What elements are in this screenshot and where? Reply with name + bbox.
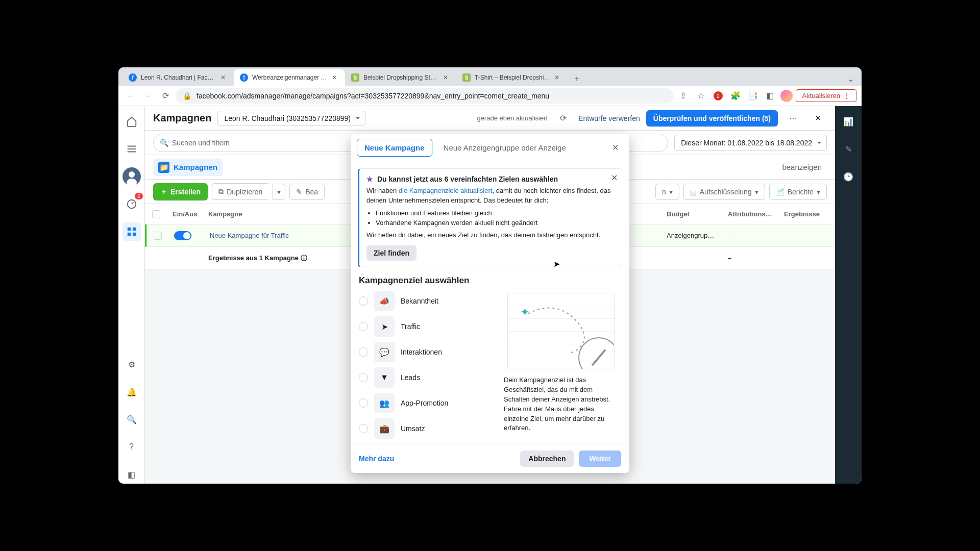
edit-button[interactable]: ✎Bea (289, 184, 325, 200)
share-icon[interactable]: ⇪ (676, 89, 691, 103)
notice-link[interactable]: die Kampagnenziele aktualisiert (399, 187, 493, 194)
extensions-icon[interactable]: 🧩 (728, 89, 743, 103)
new-tab-button[interactable]: ＋ (570, 71, 584, 86)
sidepanel-icon[interactable]: ◧ (763, 89, 777, 103)
refresh-label: Aktualisieren (802, 92, 840, 99)
radio-input[interactable] (359, 296, 368, 306)
goal-option-engagement[interactable]: 💬Interaktionen (359, 342, 492, 362)
breakdown-icon: ▤ (690, 188, 697, 196)
duplicate-button[interactable]: ⧉Duplizieren (212, 183, 268, 200)
notification-badge: 2 (135, 193, 143, 199)
reports-button[interactable]: 📄Berichte ▾ (769, 184, 827, 200)
bell-icon[interactable]: 🔔 (122, 383, 141, 401)
help-icon[interactable]: ? (122, 438, 141, 456)
gear-icon[interactable]: ⚙ (122, 355, 141, 373)
goal-aside: ✦ Dein Kampagnenziel ist das Geschäftszi… (501, 291, 621, 439)
svg-rect-13 (127, 233, 130, 236)
address-bar[interactable]: 🔒 facebook.com/adsmanager/manage/campaig… (176, 88, 673, 104)
notice-title: Du kannst jetzt aus 6 vereinfachten Ziel… (377, 175, 558, 183)
tab-list-button[interactable]: ⌄ (843, 71, 857, 86)
radio-input[interactable] (359, 398, 368, 408)
radio-input[interactable] (359, 424, 368, 433)
menu-icon[interactable] (122, 140, 141, 158)
bookmark-icon[interactable]: ☆ (694, 89, 708, 103)
close-icon[interactable]: ✕ (220, 74, 228, 81)
pencil-icon: ✎ (296, 188, 302, 196)
goal-option-sales[interactable]: 💼Umsatz (359, 418, 492, 439)
goal-option-app[interactable]: 👥App-Promotion (359, 393, 492, 413)
gauge-icon[interactable]: 2 (122, 195, 141, 213)
radio-input[interactable] (359, 373, 368, 382)
svg-text:f: f (132, 74, 134, 81)
reading-list-icon[interactable]: 📑 (746, 89, 760, 103)
account-selector[interactable]: Leon R. Chaudhari (303253577220899) (217, 111, 365, 126)
pencil-icon[interactable]: ✎ (839, 140, 857, 158)
col-budget[interactable]: Budget (662, 210, 723, 218)
radio-input[interactable] (359, 322, 368, 331)
chart-icon[interactable]: 📊 (839, 112, 857, 131)
radio-input[interactable] (359, 347, 368, 357)
forward-button[interactable]: → (141, 89, 155, 103)
close-icon[interactable]: ✕ (808, 109, 827, 128)
duplicate-caret[interactable]: ▾ (273, 184, 285, 200)
search-icon[interactable]: 🔍 (122, 410, 141, 429)
grid-icon[interactable] (122, 222, 141, 241)
col-results[interactable]: Ergebnisse (779, 210, 835, 218)
next-button[interactable]: Weiter (579, 450, 621, 467)
close-icon[interactable]: ✕ (443, 74, 450, 81)
close-icon[interactable]: ✕ (554, 74, 561, 81)
col-attribution[interactable]: Attributionsein (723, 210, 779, 218)
tab-label: Kampagnen (174, 163, 217, 171)
panel-icon[interactable]: ◧ (122, 465, 141, 484)
goal-option-leads[interactable]: ▼Leads (359, 367, 492, 388)
refresh-icon[interactable]: ⟳ (554, 109, 572, 128)
summary-label: Ergebnisse aus 1 Kampagne (208, 254, 299, 262)
goal-option-awareness[interactable]: 📣Bekanntheit (359, 291, 492, 311)
browser-tab[interactable]: S Beispiel Dropshipping Store · … ✕ (345, 69, 456, 86)
cell-budget: Anzeigengrupp… (662, 232, 723, 239)
close-icon[interactable]: ✕ (332, 74, 339, 81)
browser-tab[interactable]: f Werbeanzeigenmanager - Wer… ✕ (234, 69, 345, 86)
update-chrome-button[interactable]: Aktualisieren ⋮ (796, 89, 856, 102)
more-icon[interactable]: ⋯ (784, 109, 802, 128)
row-checkbox[interactable] (154, 232, 162, 240)
home-icon[interactable] (122, 112, 141, 131)
tab-campaigns[interactable]: 📁 Kampagnen (153, 159, 223, 176)
browser-tab[interactable]: f Leon R. Chaudhari | Facebook ✕ (122, 69, 234, 86)
breakdown-button[interactable]: ▤Aufschlüsselung ▾ (683, 184, 765, 200)
extension-icon[interactable]: 2 (711, 89, 725, 103)
columns-button[interactable]: n ▾ (655, 184, 679, 200)
notice-close-button[interactable]: ✕ (611, 173, 618, 183)
learn-more-link[interactable]: Mehr dazu (359, 455, 394, 463)
col-toggle[interactable]: Ein/Aus (167, 210, 203, 218)
user-avatar[interactable] (122, 167, 141, 186)
goal-option-traffic[interactable]: ➤Traffic (359, 316, 492, 337)
discard-drafts-button[interactable]: Entwürfe verwerfen (578, 114, 640, 122)
modal-tab-existing[interactable]: Neue Anzeigengruppe oder Anzeige (436, 139, 573, 156)
profile-avatar[interactable] (780, 90, 793, 102)
plus-icon: ＋ (160, 187, 167, 196)
notice-body: Wir haben die Kampagnenziele aktualisier… (366, 186, 615, 240)
reload-button[interactable]: ⟳ (158, 89, 173, 103)
date-range-selector[interactable]: Dieser Monat: 01.08.2022 bis 18.08.2022 (674, 135, 827, 151)
notice-li: Vorhandene Kampagnen werden aktuell nich… (376, 218, 615, 228)
browser-tab[interactable]: S T-Shirt – Beispiel Dropshippin… ✕ (456, 69, 568, 86)
back-button[interactable]: ← (124, 89, 138, 103)
create-campaign-modal: Neue Kampagne Neue Anzeigengruppe oder A… (351, 134, 629, 473)
cancel-button[interactable]: Abbrechen (520, 450, 574, 467)
page-title: Kampagnen (153, 112, 211, 124)
report-icon: 📄 (776, 188, 785, 196)
search-placeholder: Suchen und filtern (172, 139, 230, 147)
modal-close-button[interactable]: ✕ (607, 140, 623, 156)
kebab-icon: ⋮ (843, 92, 850, 99)
find-goal-button[interactable]: Ziel finden (366, 245, 416, 261)
publish-button[interactable]: Überprüfen und veröffentlichen (5) (646, 110, 778, 127)
status-toggle[interactable] (174, 231, 191, 240)
clock-icon[interactable]: 🕒 (839, 167, 857, 186)
create-button[interactable]: ＋Erstellen (153, 183, 208, 201)
info-icon[interactable]: ⓘ (301, 254, 307, 262)
select-all-checkbox[interactable] (152, 210, 160, 218)
svg-text:f: f (243, 74, 245, 81)
tab-ads[interactable]: beanzeigen (777, 160, 827, 174)
modal-tab-new[interactable]: Neue Kampagne (357, 139, 432, 157)
